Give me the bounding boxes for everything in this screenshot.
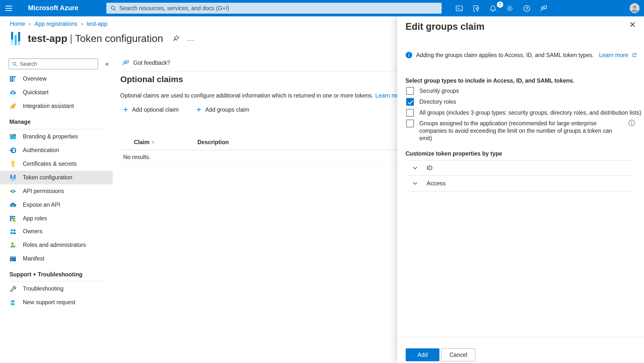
checkbox-row-security-groups[interactable]: Security groups [406,87,459,95]
svg-text:?: ? [526,6,528,11]
cancel-button[interactable]: Cancel [442,348,475,361]
sidebar: « Overview Quickstart Integration assist… [0,52,113,363]
manifest-icon: { } [10,255,16,262]
notifications-bell-icon[interactable] [489,5,497,13]
certificates-key-icon [10,161,16,167]
checkbox-all-groups[interactable] [406,109,414,117]
sidebar-item-quickstart[interactable]: Quickstart [0,86,113,99]
checkbox-directory-roles[interactable] [406,98,414,106]
sidebar-item-expose-an-api[interactable]: Expose an API [0,198,113,212]
global-search-input[interactable] [119,5,438,12]
avatar-person-icon [630,3,640,13]
user-avatar[interactable] [630,3,640,13]
checkbox-row-directory-roles[interactable]: Directory roles [406,98,456,106]
checkbox-row-groups-assigned[interactable]: Groups assigned to the application (reco… [406,120,618,142]
checkbox-label: Security groups [419,87,459,95]
claims-actions: + Add optional claim + Add groups claim [123,106,249,113]
sidebar-collapse-icon[interactable]: « [106,60,109,68]
close-icon[interactable]: × [629,19,636,30]
overview-icon [10,76,16,82]
info-tooltip-icon[interactable] [628,120,635,126]
checkbox-row-all-groups[interactable]: All groups (includes 3 group types: secu… [406,109,641,117]
cloud-shell-icon[interactable] [455,5,463,13]
add-optional-claim-button[interactable]: + Add optional claim [123,106,178,113]
sidebar-item-token-configuration[interactable]: Token configuration [0,171,113,184]
expander-id[interactable]: ID [412,162,432,174]
sidebar-item-api-permissions[interactable]: API permissions [0,184,113,198]
api-permissions-icon [10,188,16,195]
sidebar-item-label: Branding & properties [23,133,78,140]
pin-icon[interactable] [172,35,180,42]
owners-icon [10,228,16,235]
sidebar-item-label: API permissions [23,188,64,195]
sidebar-search-input[interactable] [20,61,95,67]
checkbox-security-groups[interactable] [406,87,414,95]
info-learn-more-link[interactable]: Learn more [599,52,628,59]
divider [120,165,397,165]
plus-icon: + [123,106,128,113]
help-icon[interactable]: ? [523,5,531,13]
info-icon [406,52,412,59]
sidebar-item-label: Token configuration [23,174,72,181]
external-link-icon [632,53,637,58]
customize-token-label: Customize token properties by type [406,150,502,157]
info-banner: Adding the groups claim applies to Acces… [406,52,637,59]
sidebar-item-owners[interactable]: Owners [0,225,113,238]
breadcrumb-test-app[interactable]: test-app [87,21,107,27]
add-button[interactable]: Add [406,348,440,361]
more-options-icon[interactable]: … [187,35,195,42]
sidebar-item-roles-administrators[interactable]: Roles and administrators [0,238,113,252]
sidebar-search[interactable] [9,59,98,69]
sidebar-item-app-roles[interactable]: App roles [0,212,113,225]
breadcrumb-home[interactable]: Home [10,21,25,27]
add-groups-claim-button[interactable]: + Add groups claim [196,106,249,113]
chevron-down-icon [412,180,418,186]
sidebar-item-label: Roles and administrators [23,242,86,248]
footer-divider [397,337,644,337]
chevron-down-icon [412,165,418,171]
app-registration-icon [10,32,21,45]
sidebar-item-overview[interactable]: Overview [0,72,113,86]
sidebar-item-manifest[interactable]: { } Manifest [0,252,113,265]
search-icon [12,61,17,67]
roles-administrators-icon [10,242,16,249]
sidebar-item-label: Integration assistant [23,103,74,109]
sidebar-item-branding-properties[interactable]: www Branding & properties [0,130,113,143]
got-feedback-button[interactable]: Got feedback? [122,59,170,67]
claim-column-label: Claim [134,139,150,146]
page-title-app-name: test-app [28,33,67,44]
divider [406,160,634,161]
expose-api-icon [10,201,16,208]
svg-text:{ }: { } [11,258,14,261]
checkbox-label: Directory roles [419,98,456,106]
breadcrumb-app-registrations[interactable]: App registrations [34,21,77,27]
divider [406,191,634,191]
learn-more-link[interactable]: Learn more [375,92,398,99]
directory-filter-icon[interactable] [472,5,480,13]
global-search[interactable] [106,3,442,14]
settings-gear-icon[interactable] [506,5,514,13]
expander-access[interactable]: Access [412,178,446,189]
hamburger-menu-icon[interactable] [6,5,12,12]
token-configuration-icon [10,174,16,181]
edit-groups-claim-panel: Edit groups claim × Adding the groups cl… [397,16,644,363]
divider [10,281,104,281]
sidebar-item-new-support-request[interactable]: New support request [0,295,113,309]
sidebar-item-certificates-secrets[interactable]: Certificates & secrets [0,157,113,171]
sidebar-item-label: New support request [23,299,76,306]
svg-text:www: www [10,134,14,136]
sidebar-item-integration-assistant[interactable]: Integration assistant [0,99,113,113]
table-header-claim[interactable]: Claim ↑↓ [134,139,155,146]
checkbox-groups-assigned[interactable] [406,120,414,127]
brand-title: Microsoft Azure [28,4,78,12]
sidebar-item-label: Quickstart [23,89,48,96]
feedback-icon [122,59,130,67]
page-title: test-app|Token configuration [28,33,163,45]
sidebar-item-troubleshooting[interactable]: Troubleshooting [0,282,113,295]
feedback-icon[interactable] [540,5,548,13]
search-icon [110,5,116,11]
table-empty-text: No results. [123,154,150,161]
sidebar-item-authentication[interactable]: Authentication [0,143,113,157]
divider [406,175,634,176]
branding-icon: www [10,133,16,140]
